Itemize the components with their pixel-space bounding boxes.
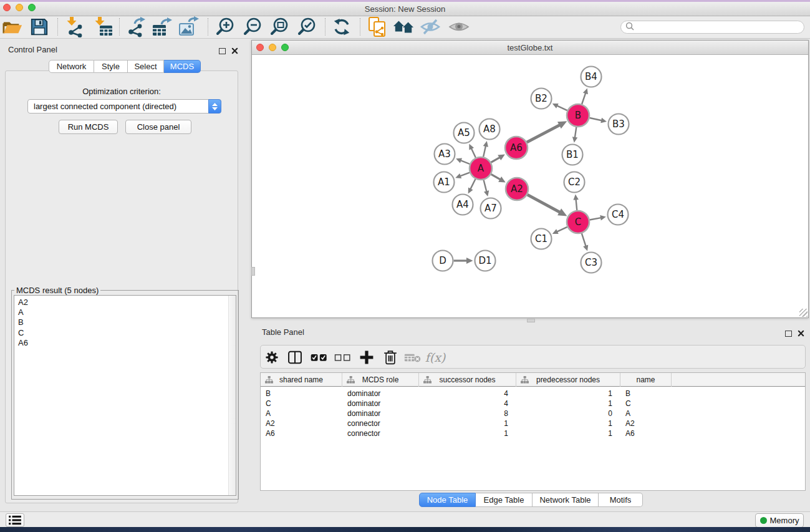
edge-A-A1[interactable]	[460, 173, 470, 177]
float-panel-icon[interactable]	[219, 48, 226, 54]
node-table: shared nameMCDS rolesuccessor nodesprede…	[260, 372, 806, 491]
float-table-panel-icon[interactable]	[785, 331, 792, 337]
zoom-fit-content-icon[interactable]	[268, 16, 291, 37]
tab-edge-table[interactable]: Edge Table	[476, 493, 533, 507]
network-view-window: testGlobe.txt A5A8A3A1A4A7AA6A2B2B4B3B1B…	[251, 40, 809, 318]
table-row[interactable]: A6connector11A6	[261, 428, 805, 438]
task-history-button[interactable]	[6, 513, 24, 527]
tab-node-table[interactable]: Node Table	[419, 493, 476, 507]
table-row[interactable]: A2connector11A2	[261, 418, 805, 428]
network-canvas[interactable]: A5A8A3A1A4A7AA6A2B2B4B3B1BC2C4C1C3CDD1	[252, 56, 808, 317]
optimization-criterion-label: Optimization criterion:	[6, 87, 238, 96]
hide-selected-icon[interactable]	[418, 16, 442, 37]
table-row[interactable]: Adominator80A	[261, 409, 805, 418]
tab-select[interactable]: Select	[128, 60, 164, 73]
table-row[interactable]: Bdominator41B	[261, 389, 805, 399]
save-session-icon[interactable]	[27, 16, 51, 37]
open-session-icon[interactable]	[1, 16, 24, 37]
network-window-title: testGlobe.txt	[252, 43, 808, 52]
edge-A-A6[interactable]	[491, 157, 499, 162]
table-toolbar: f(x)	[260, 345, 806, 369]
table-cell	[672, 399, 805, 409]
edge-A-A7[interactable]	[484, 180, 487, 191]
node-label-B1: B1	[566, 149, 579, 160]
column-header-shared-name[interactable]: shared name	[261, 373, 342, 387]
table-settings-icon[interactable]	[261, 347, 282, 368]
criterion-dropdown[interactable]: largest connected component (directed)	[27, 99, 221, 114]
select-all-icon[interactable]	[309, 347, 330, 368]
deselect-all-icon[interactable]	[332, 347, 354, 368]
tab-network-table[interactable]: Network Table	[533, 493, 599, 507]
function-builder-icon[interactable]: f(x)	[425, 347, 446, 368]
search-field[interactable]	[620, 21, 804, 34]
edge-B-B3[interactable]	[590, 118, 602, 120]
column-header-name[interactable]: name	[620, 373, 672, 387]
column-header-successor-nodes[interactable]: successor nodes	[419, 373, 516, 387]
clone-network-icon[interactable]	[365, 16, 389, 37]
edge-A-A2[interactable]	[491, 174, 501, 180]
memory-button[interactable]: Memory	[755, 513, 804, 528]
window-title: Session: New Session	[0, 4, 810, 14]
edge-A-A3[interactable]	[461, 160, 470, 164]
edge-A-A8[interactable]	[483, 146, 486, 157]
edge-C-C1[interactable]	[557, 227, 567, 232]
node-label-A: A	[478, 163, 485, 174]
edge-A6-B[interactable]	[527, 125, 560, 142]
result-item[interactable]: C	[14, 328, 236, 338]
edge-A2-C[interactable]	[528, 195, 560, 212]
zoom-selected-icon[interactable]	[295, 16, 319, 37]
delete-table-icon[interactable]	[402, 347, 423, 368]
close-table-panel-icon[interactable]	[798, 328, 804, 339]
edge-C-C4[interactable]	[590, 218, 601, 220]
column-header-MCDS-role[interactable]: MCDS role	[342, 373, 419, 387]
result-item[interactable]: A	[14, 307, 236, 317]
node-label-C4: C4	[612, 209, 624, 220]
refresh-view-icon[interactable]	[330, 16, 354, 37]
edge-B-B4[interactable]	[582, 93, 586, 104]
tab-mcds[interactable]: MCDS	[164, 60, 201, 73]
run-mcds-button[interactable]: Run MCDS	[59, 120, 118, 134]
show-all-icon[interactable]	[447, 16, 471, 37]
resize-grip[interactable]	[799, 309, 808, 317]
edge-A-A4[interactable]	[470, 179, 475, 189]
table-row[interactable]: Cdominator41C	[261, 399, 805, 409]
edge-arrowhead	[572, 137, 577, 143]
toggle-columns-icon[interactable]	[284, 347, 306, 368]
table-cell: C	[261, 399, 342, 409]
table-cell: 8	[419, 409, 516, 418]
zoom-in-icon[interactable]	[213, 16, 237, 37]
edge-B-B2[interactable]	[557, 105, 567, 110]
result-item[interactable]: A6	[14, 338, 236, 348]
mcds-result-list[interactable]: A2ABCA6	[14, 295, 236, 496]
desktop-background	[0, 527, 810, 532]
tab-style[interactable]: Style	[94, 60, 128, 73]
table-cell: 1	[419, 418, 516, 428]
result-item[interactable]: B	[14, 317, 236, 327]
vertical-splitter-handle[interactable]	[251, 267, 255, 276]
tab-network[interactable]: Network	[49, 60, 94, 73]
result-item[interactable]: A2	[14, 297, 236, 307]
export-network-icon[interactable]	[124, 16, 148, 37]
toolbar-separator	[57, 18, 58, 36]
export-table-icon[interactable]	[150, 16, 174, 37]
node-label-B2: B2	[535, 93, 547, 104]
delete-column-icon[interactable]	[380, 347, 401, 368]
home-view-icon[interactable]	[392, 16, 415, 37]
close-panel-button[interactable]: Close panel	[125, 120, 191, 134]
result-scrollbar[interactable]	[228, 296, 236, 495]
close-panel-icon[interactable]	[231, 46, 238, 57]
zoom-out-icon[interactable]	[241, 16, 264, 37]
add-column-icon[interactable]	[356, 347, 377, 368]
edge-A-A5[interactable]	[471, 148, 476, 158]
memory-status-icon	[760, 517, 767, 524]
import-network-icon[interactable]	[63, 16, 87, 37]
tab-motifs[interactable]: Motifs	[599, 493, 643, 507]
edge-B-B1[interactable]	[575, 127, 576, 138]
import-table-icon[interactable]	[91, 16, 115, 37]
edge-C-C3[interactable]	[582, 233, 586, 246]
column-header-predecessor-nodes[interactable]: predecessor nodes	[516, 373, 620, 387]
table-cell: A6	[261, 428, 342, 438]
search-input[interactable]	[637, 22, 804, 32]
export-image-icon[interactable]	[177, 16, 201, 37]
edge-C-C2[interactable]	[576, 199, 577, 210]
